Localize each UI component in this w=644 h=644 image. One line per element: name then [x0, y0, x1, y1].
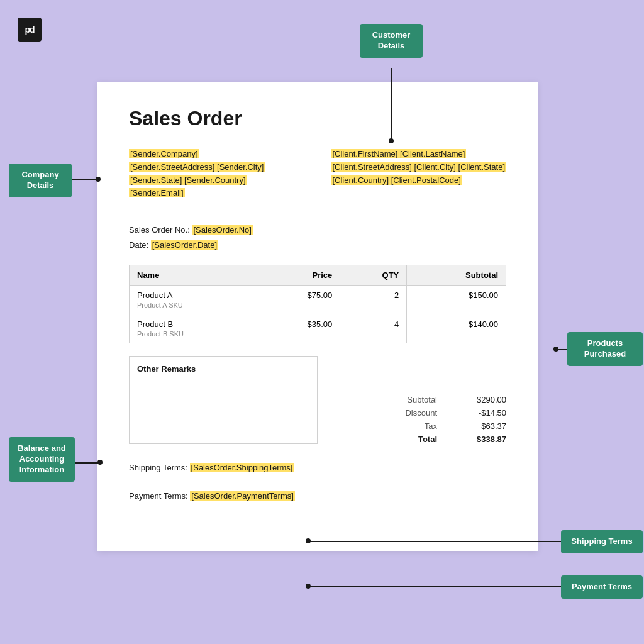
- products-table: Name Price QTY Subtotal Product A Produc…: [129, 265, 506, 343]
- product-b-name-cell: Product B Product B SKU: [130, 314, 257, 343]
- document-container: Sales Order [Sender.Company] [Sender.Str…: [97, 82, 538, 551]
- product-b-sku: Product B SKU: [137, 330, 249, 338]
- client-street-city-state: [Client.StreetAddress] [Client.City] [Cl…: [331, 161, 506, 174]
- shipping-terms-value: [SalesOrder.ShippingTerms]: [190, 463, 294, 472]
- order-no-label: Sales Order No.:: [129, 225, 190, 235]
- tax-row: Tax $63.37: [330, 421, 506, 431]
- balance-line: [75, 462, 100, 464]
- payment-terms-row: Payment Terms: [SalesOrder.PaymentTerms]: [129, 491, 506, 501]
- product-b-price: $35.00: [257, 314, 340, 343]
- remarks-label: Other Remarks: [137, 364, 196, 374]
- shipping-terms-label: Shipping Terms:: [129, 463, 187, 472]
- pd-logo: pd: [18, 18, 42, 42]
- payment-terms-value: [SalesOrder.PaymentTerms]: [190, 491, 295, 501]
- sender-company: [Sender.Company]: [129, 148, 265, 161]
- client-block: [Client.FirstName] [Client.LastName] [Cl…: [331, 148, 506, 200]
- payment-dot: [306, 584, 311, 589]
- date-label: Date:: [129, 240, 148, 250]
- product-a-subtotal: $150.00: [407, 285, 506, 314]
- document-title: Sales Order: [129, 107, 506, 130]
- order-no-value: [SalesOrder.No]: [192, 225, 253, 235]
- sender-client-row: [Sender.Company] [Sender.StreetAddress] …: [129, 148, 506, 200]
- shipping-dot: [306, 538, 311, 543]
- company-details-annotation: Company Details: [9, 164, 72, 197]
- product-b-name: Product B: [137, 319, 249, 329]
- payment-terms-label: Payment Terms:: [129, 491, 188, 501]
- balance-dot: [97, 460, 103, 465]
- product-a-price: $75.00: [257, 285, 340, 314]
- sender-street-city: [Sender.StreetAddress] [Sender.City]: [129, 161, 265, 174]
- products-dot: [553, 347, 558, 352]
- order-no-row: Sales Order No.: [SalesOrder.No]: [129, 223, 506, 237]
- product-a-sku: Product A SKU: [137, 301, 249, 309]
- tax-value: $63.37: [456, 421, 506, 431]
- discount-label: Discount: [387, 408, 437, 418]
- col-name: Name: [130, 265, 257, 285]
- order-meta: Sales Order No.: [SalesOrder.No] Date: […: [129, 223, 506, 252]
- product-b-subtotal: $140.00: [407, 314, 506, 343]
- client-name: [Client.FirstName] [Client.LastName]: [331, 148, 506, 161]
- date-value: [SalesOrder.Date]: [151, 240, 218, 250]
- payment-terms-annotation: Payment Terms: [561, 575, 643, 599]
- discount-row: Discount -$14.50: [330, 408, 506, 418]
- col-subtotal: Subtotal: [407, 265, 506, 285]
- sender-email: [Sender.Email]: [129, 187, 265, 200]
- customer-details-dot: [389, 138, 394, 143]
- product-a-qty: 2: [340, 285, 407, 314]
- discount-value: -$14.50: [456, 408, 506, 418]
- payment-line: [308, 586, 561, 587]
- table-row: Product A Product A SKU $75.00 2 $150.00: [130, 285, 506, 314]
- bottom-section: Other Remarks Subtotal $290.00 Discount …: [129, 356, 506, 444]
- subtotal-row: Subtotal $290.00: [330, 395, 506, 404]
- company-details-dot: [96, 177, 101, 182]
- balance-annotation: Balance and Accounting Information: [9, 437, 75, 482]
- col-qty: QTY: [340, 265, 407, 285]
- tax-label: Tax: [387, 421, 437, 431]
- total-label: Total: [387, 435, 437, 444]
- remarks-box: Other Remarks: [129, 356, 318, 444]
- products-purchased-annotation: Products Purchased: [567, 332, 643, 366]
- subtotal-label: Subtotal: [387, 395, 437, 404]
- customer-details-line: [391, 68, 392, 140]
- sender-block: [Sender.Company] [Sender.StreetAddress] …: [129, 148, 265, 200]
- shipping-terms-row: Shipping Terms: [SalesOrder.ShippingTerm…: [129, 463, 506, 472]
- sender-state-country: [Sender.State] [Sender.Country]: [129, 174, 265, 187]
- client-country-postal: [Client.Country] [Client.PostalCode]: [331, 174, 506, 187]
- shipping-terms-annotation: Shipping Terms: [561, 530, 643, 553]
- shipping-line: [308, 541, 561, 542]
- subtotal-value: $290.00: [456, 395, 506, 404]
- product-a-name-cell: Product A Product A SKU: [130, 285, 257, 314]
- total-row: Total $338.87: [330, 435, 506, 444]
- table-row: Product B Product B SKU $35.00 4 $140.00: [130, 314, 506, 343]
- totals-block: Subtotal $290.00 Discount -$14.50 Tax $6…: [330, 356, 506, 444]
- col-price: Price: [257, 265, 340, 285]
- customer-details-annotation: Customer Details: [360, 24, 423, 58]
- table-header-row: Name Price QTY Subtotal: [130, 265, 506, 285]
- product-b-qty: 4: [340, 314, 407, 343]
- total-value: $338.87: [456, 435, 506, 444]
- product-a-name: Product A: [137, 291, 249, 300]
- company-details-line: [72, 179, 98, 180]
- date-row: Date: [SalesOrder.Date]: [129, 238, 506, 252]
